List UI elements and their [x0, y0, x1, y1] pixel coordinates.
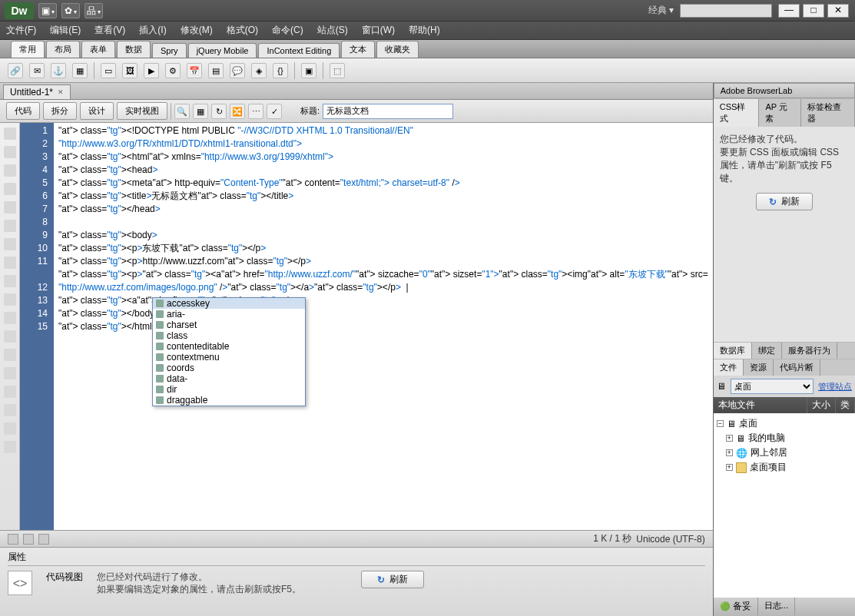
tab-forms[interactable]: 表单	[81, 41, 115, 58]
extend-menu-icon[interactable]: ✿	[61, 3, 80, 18]
css-msg2: 要更新 CSS 面板或编辑 CSS 属性，请单击"刷新"或按 F5 键。	[720, 146, 849, 185]
code-button[interactable]: 代码	[6, 102, 40, 120]
multiview-icon[interactable]: ▦	[193, 104, 208, 119]
select-icon[interactable]	[38, 534, 49, 545]
network-icon: 🌐	[736, 448, 747, 459]
expand-icon[interactable]: +	[726, 464, 733, 471]
css-refresh-button[interactable]: 刷新	[756, 193, 813, 210]
document-pane: Untitled-1* ✕ 代码 拆分 设计 实时视图 🔍 ▦ ↻ 🔀 ⋯ ✓ …	[0, 83, 713, 616]
live-button[interactable]: 实时视图	[117, 102, 167, 120]
ap-elements-tab[interactable]: AP 元素	[759, 99, 801, 127]
refresh-icon	[769, 197, 777, 207]
image-icon[interactable]: 🖼	[122, 63, 138, 78]
css-styles-tab[interactable]: CSS样式	[714, 99, 760, 127]
widget-icon[interactable]: ⚙	[165, 63, 181, 78]
gutter-icon[interactable]	[4, 128, 16, 140]
site-menu-icon[interactable]: 品	[85, 3, 103, 18]
menu-file[interactable]: 文件(F)	[6, 24, 36, 37]
script-icon[interactable]: {}	[273, 63, 288, 78]
file-tree[interactable]: −🖥桌面 +🖥我的电脑 +🌐网上邻居 +桌面项目	[714, 413, 855, 598]
menu-insert[interactable]: 插入(I)	[139, 24, 166, 37]
inspect-icon[interactable]: 🔍	[174, 104, 190, 119]
maximize-button[interactable]: □	[803, 4, 824, 18]
props-msg2: 如果要编辑选定对象的属性，请点击刷新或按F5。	[97, 583, 301, 595]
menu-commands[interactable]: 命令(C)	[272, 24, 303, 37]
tree-item[interactable]: 桌面项目	[750, 461, 787, 474]
col-localfile[interactable]: 本地文件	[714, 397, 807, 413]
hyperlink-icon[interactable]: 🔗	[8, 63, 23, 78]
bindings-tab[interactable]: 绑定	[752, 343, 782, 359]
expand-icon[interactable]: +	[726, 449, 733, 456]
comment-icon[interactable]: 💬	[230, 63, 245, 78]
options-icon[interactable]: ⋯	[248, 104, 263, 119]
drive-select[interactable]: 桌面	[731, 379, 814, 394]
menu-format[interactable]: 格式(O)	[227, 24, 258, 37]
refresh-button[interactable]: 刷新	[361, 571, 424, 588]
log-tab[interactable]: 日志...	[758, 598, 795, 615]
head-icon[interactable]: ◈	[251, 63, 267, 78]
menu-view[interactable]: 查看(V)	[94, 24, 125, 37]
refresh-icon[interactable]: ↻	[211, 104, 227, 119]
tab-layout[interactable]: 布局	[46, 41, 80, 58]
server-icon[interactable]: ▤	[208, 63, 224, 78]
desktop-icon: 🖥	[727, 419, 736, 429]
title-label: 标题:	[300, 105, 320, 117]
split-button[interactable]: 拆分	[43, 102, 77, 120]
layout-menu-icon[interactable]: ▣	[38, 3, 57, 18]
tab-incontext[interactable]: InContext Editing	[258, 43, 340, 58]
nav-icon[interactable]: 🔀	[230, 104, 245, 119]
insert-tabs: 常用 布局 表单 数据 Spry jQuery Mobile InContext…	[0, 40, 855, 58]
code-gutter	[0, 123, 20, 530]
snippets-tab[interactable]: 代码片断	[774, 359, 820, 376]
hand-icon[interactable]	[23, 534, 34, 545]
close-button[interactable]: ✕	[827, 4, 849, 18]
menu-modify[interactable]: 修改(M)	[181, 24, 213, 37]
media-icon[interactable]: ▶	[144, 63, 159, 78]
email-icon[interactable]: ✉	[29, 63, 45, 78]
date-icon[interactable]: 📅	[187, 63, 202, 78]
ready-tab[interactable]: 🟢 备妥	[714, 598, 758, 615]
manage-sites-link[interactable]: 管理站点	[818, 381, 852, 392]
assets-tab[interactable]: 资源	[744, 359, 774, 376]
minimize-button[interactable]: —	[778, 4, 800, 18]
panels-pane: Adobe BrowserLab CSS样式 AP 元素 标签检查器 您已经修改…	[713, 83, 855, 616]
layout-switcher[interactable]: 经典 ▾	[648, 4, 674, 17]
design-button[interactable]: 设计	[80, 102, 114, 120]
div-icon[interactable]: ▭	[101, 63, 116, 78]
anchor-icon[interactable]: ⚓	[51, 63, 66, 78]
zoom-icon[interactable]	[8, 534, 18, 545]
tab-spry[interactable]: Spry	[152, 43, 187, 58]
col-size[interactable]: 大小	[807, 397, 836, 413]
menu-bar: 文件(F) 编辑(E) 查看(V) 插入(I) 修改(M) 格式(O) 命令(C…	[0, 22, 855, 40]
tree-root[interactable]: 桌面	[739, 417, 757, 430]
collapse-icon[interactable]: −	[717, 420, 724, 427]
menu-site[interactable]: 站点(S)	[317, 24, 348, 37]
menu-help[interactable]: 帮助(H)	[409, 24, 440, 37]
serverbehaviors-tab[interactable]: 服务器行为	[782, 343, 837, 359]
menu-edit[interactable]: 编辑(E)	[50, 24, 81, 37]
document-tab[interactable]: Untitled-1* ✕	[3, 84, 71, 99]
title-input[interactable]	[323, 104, 453, 119]
tree-item[interactable]: 我的电脑	[748, 432, 785, 445]
tag-icon[interactable]: ⬚	[330, 63, 345, 78]
tab-text[interactable]: 文本	[341, 41, 375, 58]
menu-window[interactable]: 窗口(W)	[362, 24, 395, 37]
tree-item[interactable]: 网上邻居	[751, 446, 787, 459]
files-tab[interactable]: 文件	[714, 359, 744, 376]
table-icon[interactable]: ▦	[72, 63, 88, 78]
close-icon[interactable]: ✕	[58, 88, 64, 96]
check-icon[interactable]: ✓	[267, 104, 282, 119]
tab-common[interactable]: 常用	[11, 41, 45, 58]
col-type[interactable]: 类	[836, 397, 855, 413]
code-editor: 123456789101112131415 "at"> class="tg"><…	[0, 123, 713, 530]
expand-icon[interactable]: +	[726, 435, 733, 442]
autocomplete-popup[interactable]: accesskeyaria-charsetclasscontenteditabl…	[152, 297, 306, 406]
templates-icon[interactable]: ▣	[301, 63, 316, 78]
tab-favorites[interactable]: 收藏夹	[376, 41, 419, 58]
tab-jquery[interactable]: jQuery Mobile	[188, 43, 257, 58]
search-input[interactable]	[680, 4, 772, 18]
browserlab-panel-head[interactable]: Adobe BrowserLab	[714, 83, 855, 98]
tag-inspector-tab[interactable]: 标签检查器	[801, 99, 855, 127]
tab-data[interactable]: 数据	[117, 41, 151, 58]
database-tab[interactable]: 数据库	[714, 343, 752, 359]
